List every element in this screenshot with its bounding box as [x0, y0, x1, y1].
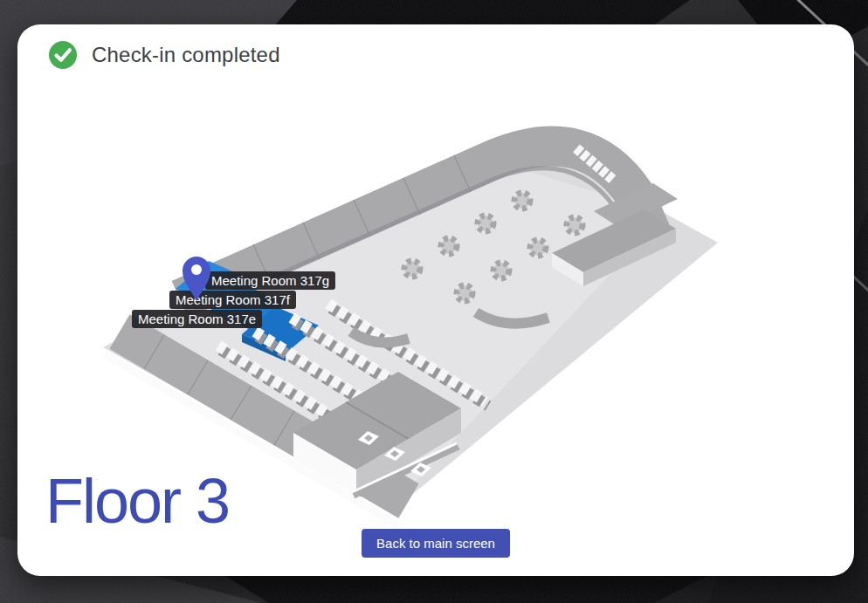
back-to-main-button[interactable]: Back to main screen — [362, 529, 510, 558]
checkin-card: Check-in completed — [17, 24, 854, 576]
map-pin-icon — [177, 245, 216, 303]
room-label: Meeting Room 317g — [205, 271, 335, 290]
floor-title: Floor 3 — [45, 469, 229, 532]
room-label: Meeting Room 317e — [132, 310, 262, 328]
